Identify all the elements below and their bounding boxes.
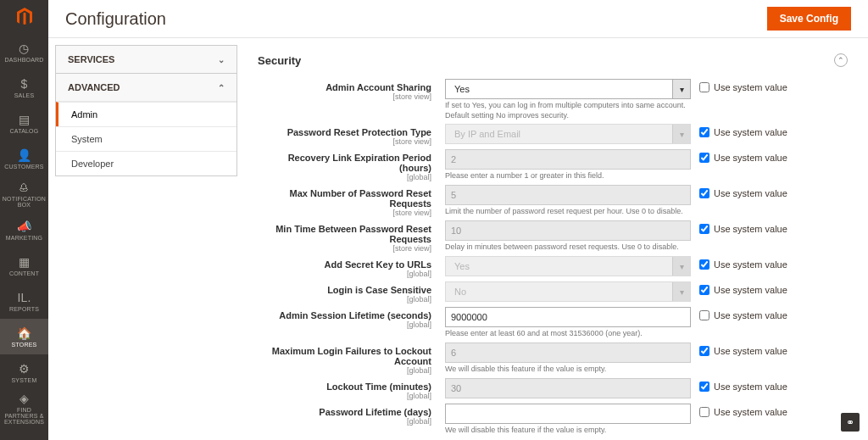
magento-logo[interactable]: [0, 0, 48, 34]
nav-label: CUSTOMERS: [4, 164, 43, 170]
nav-item-notification-box[interactable]: 🕭NOTIFICATION BOX: [0, 176, 48, 212]
nav-item-marketing[interactable]: 📣MARKETING: [0, 212, 48, 248]
config-tab-system[interactable]: System: [56, 126, 236, 151]
use-system-checkbox[interactable]: [699, 82, 709, 92]
admin-sidebar: ◷DASHBOARD$SALES▤CATALOG👤CUSTOMERS🕭NOTIF…: [0, 0, 48, 440]
use-system-checkbox[interactable]: [699, 382, 709, 392]
nav-label: MARKETING: [6, 235, 42, 241]
fields-container: Admin Account Sharing[store view]YesIf s…: [254, 79, 851, 436]
nav-label: CONTENT: [9, 270, 39, 276]
field-note: If set to Yes, you can log in from multi…: [445, 101, 691, 120]
section-header[interactable]: Security ⌃: [254, 47, 851, 74]
use-system-checkbox[interactable]: [699, 346, 709, 356]
nav-item-stores[interactable]: 🏠STORES: [0, 319, 48, 354]
nav-item-find-partners-extensions[interactable]: ◈FIND PARTNERS & EXTENSIONS: [0, 390, 48, 426]
nav-icon: 📣: [17, 220, 31, 233]
use-system-checkbox[interactable]: [699, 285, 709, 295]
save-config-button[interactable]: Save Config: [767, 7, 851, 31]
field-label: Min Time Between Password Reset Requests…: [254, 220, 445, 253]
field-scope: [store view]: [254, 244, 431, 253]
field-scope: [global]: [254, 417, 431, 426]
nav-icon: ▤: [19, 113, 30, 126]
field-input: [445, 343, 691, 363]
field-control: We will disable this feature if the valu…: [445, 343, 691, 375]
field-control: No: [445, 281, 691, 302]
use-system-value[interactable]: Use system value: [691, 404, 851, 417]
use-system-checkbox[interactable]: [699, 153, 709, 163]
field-input[interactable]: [445, 307, 691, 327]
nav-label: SALES: [14, 92, 35, 98]
section-title: Security: [258, 54, 301, 67]
tab-section-label: SERVICES: [68, 54, 114, 64]
field-input: [445, 378, 691, 398]
nav-label: NOTIFICATION BOX: [2, 196, 47, 208]
field-control: We will disable this feature if the valu…: [445, 404, 691, 436]
field-label: Password Reset Protection Type[store vie…: [254, 124, 445, 146]
field-control: [445, 378, 691, 398]
use-system-value[interactable]: Use system value: [691, 185, 851, 198]
field-control: YesIf set to Yes, you can log in from mu…: [445, 79, 691, 120]
field-note: Please enter a number 1 or greater in th…: [445, 171, 691, 181]
field-label: Max Number of Password Reset Requests[st…: [254, 185, 445, 217]
field-row: Max Number of Password Reset Requests[st…: [254, 185, 851, 217]
config-tabs: SERVICES ⌄ ADVANCED ⌃ AdminSystemDevelop…: [48, 38, 237, 440]
chevron-down-icon: ⌄: [218, 55, 225, 64]
field-control: Yes: [445, 256, 691, 276]
nav-icon: 🏠: [17, 326, 31, 340]
nav-item-catalog[interactable]: ▤CATALOG: [0, 105, 48, 141]
field-scope: [store view]: [254, 137, 431, 146]
nav-label: CATALOG: [10, 128, 39, 134]
use-system-checkbox[interactable]: [699, 310, 709, 320]
nav-item-dashboard[interactable]: ◷DASHBOARD: [0, 34, 48, 70]
use-system-value[interactable]: Use system value: [691, 149, 851, 163]
use-system-value[interactable]: Use system value: [691, 307, 851, 320]
tab-section-services[interactable]: SERVICES ⌄: [56, 46, 236, 73]
field-note: Delay in minutes between password reset …: [445, 242, 691, 253]
field-row: Maximum Login Failures to Lockout Accoun…: [254, 343, 851, 375]
use-system-label: Use system value: [714, 285, 787, 295]
field-select: By IP and Email: [445, 124, 691, 144]
use-system-value[interactable]: Use system value: [691, 124, 851, 137]
nav-icon: ◷: [19, 42, 29, 55]
field-scope: [global]: [254, 173, 431, 181]
use-system-value[interactable]: Use system value: [691, 343, 851, 356]
config-tab-developer[interactable]: Developer: [56, 151, 236, 175]
field-row: Password Lifetime (days)[global]We will …: [254, 404, 851, 436]
nav-item-reports[interactable]: ıl.REPORTS: [0, 283, 48, 319]
field-label: Add Secret Key to URLs[global]: [254, 256, 445, 278]
use-system-value[interactable]: Use system value: [691, 256, 851, 270]
field-input: [445, 149, 691, 170]
use-system-checkbox[interactable]: [699, 224, 709, 234]
use-system-checkbox[interactable]: [699, 188, 709, 198]
field-scope: [global]: [254, 392, 431, 400]
nav-item-sales[interactable]: $SALES: [0, 70, 48, 105]
nav-item-content[interactable]: ▦CONTENT: [0, 248, 48, 283]
use-system-value[interactable]: Use system value: [691, 378, 851, 392]
use-system-value[interactable]: Use system value: [691, 79, 851, 92]
field-note: Please enter at least 60 and at most 315…: [445, 329, 691, 339]
field-scope: [store view]: [254, 209, 431, 217]
field-scope: [store view]: [254, 92, 431, 101]
field-select[interactable]: Yes: [445, 79, 691, 99]
pagebuilder-toggle[interactable]: ⚭: [841, 413, 860, 432]
field-select: No: [445, 281, 691, 302]
collapse-icon[interactable]: ⌃: [834, 53, 848, 67]
field-input[interactable]: [445, 404, 691, 424]
nav-label: DASHBOARD: [4, 57, 43, 63]
tab-section-advanced[interactable]: ADVANCED ⌃: [56, 74, 236, 101]
use-system-value[interactable]: Use system value: [691, 220, 851, 234]
use-system-checkbox[interactable]: [699, 407, 709, 417]
field-note: We will disable this feature if the valu…: [445, 365, 691, 375]
nav-item-customers[interactable]: 👤CUSTOMERS: [0, 141, 48, 176]
use-system-checkbox[interactable]: [699, 127, 709, 137]
config-tab-admin[interactable]: Admin: [56, 102, 236, 126]
field-scope: [global]: [254, 366, 431, 375]
nav-item-system[interactable]: ⚙SYSTEM: [0, 354, 48, 390]
field-control: By IP and Email: [445, 124, 691, 144]
field-note: We will disable this feature if the valu…: [445, 426, 691, 436]
use-system-checkbox[interactable]: [699, 259, 709, 270]
tab-items: AdminSystemDeveloper: [56, 101, 236, 175]
use-system-value[interactable]: Use system value: [691, 281, 851, 295]
use-system-label: Use system value: [714, 382, 787, 392]
field-row: Lockout Time (minutes)[global]Use system…: [254, 378, 851, 400]
